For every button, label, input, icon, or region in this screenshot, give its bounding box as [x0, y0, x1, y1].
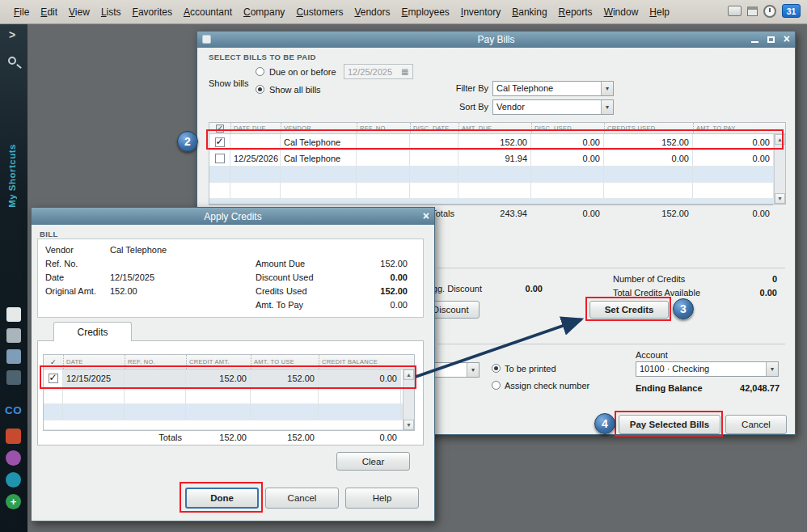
maximize-icon[interactable]: [767, 36, 775, 43]
empty-cell: [44, 404, 63, 420]
total-credit-balance: 0.00: [318, 431, 400, 444]
scroll-down-icon[interactable]: [404, 420, 414, 430]
assign-check-number-radio[interactable]: [492, 381, 501, 390]
scroll-down-icon[interactable]: [775, 193, 785, 204]
menu-company[interactable]: Company: [238, 4, 290, 20]
menu-inventory[interactable]: Inventory: [455, 4, 506, 20]
show-all-bills-radio[interactable]: [256, 85, 264, 94]
close-icon[interactable]: [423, 211, 429, 222]
menu-view[interactable]: View: [63, 4, 95, 20]
col-disc-used[interactable]: DISC. USED: [531, 123, 604, 133]
my-shortcuts-label[interactable]: My Shortcuts: [7, 144, 17, 208]
menu-accountant[interactable]: Accountant: [178, 4, 238, 20]
scroll-up-icon[interactable]: [404, 369, 414, 380]
user-apps-icon[interactable]: [6, 450, 21, 466]
total-amt-to-pay: 0.00: [692, 205, 773, 221]
menu-banking[interactable]: Banking: [506, 4, 552, 20]
due-on-or-before-radio[interactable]: [256, 67, 264, 76]
total-disc-used: 0.00: [530, 205, 603, 221]
co-label[interactable]: CO: [5, 404, 22, 416]
to-be-printed-radio[interactable]: [492, 364, 501, 373]
pay-bills-titlebar[interactable]: Pay Bills: [197, 32, 795, 48]
calendar-icon[interactable]: [401, 67, 412, 76]
menu-reports[interactable]: Reports: [553, 4, 598, 20]
due-on-or-before-label[interactable]: Due on or before: [269, 67, 336, 77]
credit-row-checkbox[interactable]: [49, 374, 58, 383]
bill-row-checkbox[interactable]: [215, 154, 225, 163]
account-dropdown[interactable]: 10100 · Checking: [636, 361, 779, 377]
menu-favorites[interactable]: Favorites: [127, 4, 178, 20]
col-amt-to-pay[interactable]: AMT. TO PAY: [693, 123, 774, 133]
close-icon[interactable]: [784, 34, 790, 45]
empty-cell: [410, 167, 458, 182]
expand-sidebar-icon[interactable]: >: [9, 28, 15, 41]
run-favorite-reports-icon[interactable]: [6, 328, 21, 343]
select-all-checkbox[interactable]: [209, 123, 230, 133]
clear-button[interactable]: Clear: [336, 452, 410, 471]
col-date[interactable]: DATE: [63, 355, 125, 369]
col-amt-due[interactable]: AMT. DUE: [458, 123, 531, 133]
credits-table-scrollbar[interactable]: [403, 369, 414, 430]
sort-by-dropdown[interactable]: Vendor: [492, 99, 614, 115]
col-credit-amt[interactable]: CREDIT AMT.: [186, 355, 251, 369]
col-credit-balance[interactable]: CREDIT BALANCE: [319, 355, 401, 369]
reminders-clock-icon[interactable]: [763, 5, 776, 18]
menu-file[interactable]: File: [8, 4, 35, 20]
screen-share-icon[interactable]: [728, 6, 742, 16]
to-be-printed-label[interactable]: To be printed: [505, 364, 556, 374]
col-amt-to-use[interactable]: AMT. TO USE: [251, 355, 319, 369]
reminders-app-icon[interactable]: [6, 429, 21, 444]
bill-row[interactable]: 12/25/2026 Cal Telephone 91.94 0.00 0.00…: [209, 150, 785, 167]
scroll-up-icon[interactable]: [775, 134, 785, 145]
credit-row-selected[interactable]: 12/15/2025 152.00 152.00 0.00: [44, 369, 414, 388]
do-today-icon[interactable]: [6, 370, 21, 385]
col-ref-no[interactable]: REF. NO.: [357, 123, 410, 133]
chevron-down-icon[interactable]: [467, 363, 479, 377]
col-date-due[interactable]: DATE DUE: [230, 123, 281, 133]
menu-edit[interactable]: Edit: [35, 4, 63, 20]
window-layout-icon[interactable]: [747, 6, 758, 16]
chevron-down-icon[interactable]: [601, 100, 613, 114]
bill-row-selected[interactable]: Cal Telephone 152.00 0.00 152.00 0.00: [209, 134, 785, 150]
empty-cell: [458, 167, 531, 182]
done-button[interactable]: Done: [185, 488, 259, 509]
menu-window[interactable]: Window: [598, 4, 644, 20]
cell-amt-to-use[interactable]: 152.00: [251, 369, 319, 387]
view-balances-icon[interactable]: [6, 307, 21, 322]
due-date-field[interactable]: 12/25/2025: [344, 64, 413, 79]
menu-help[interactable]: Help: [644, 4, 675, 20]
add-app-icon[interactable]: +: [6, 494, 21, 509]
empty-cell: [251, 404, 319, 420]
show-all-bills-label[interactable]: Show all bills: [269, 85, 321, 95]
col-vendor[interactable]: VENDOR: [281, 123, 357, 133]
assign-check-number-label[interactable]: Assign check number: [505, 381, 589, 391]
chevron-down-icon[interactable]: [766, 362, 778, 376]
search-icon[interactable]: [8, 57, 16, 65]
menu-lists[interactable]: Lists: [95, 4, 127, 20]
cancel-button[interactable]: Cancel: [725, 415, 787, 434]
feedback-app-icon[interactable]: [6, 472, 21, 488]
reminders-count-badge[interactable]: 31: [782, 4, 801, 18]
col-ref-no[interactable]: REF. NO.: [125, 355, 186, 369]
cell-ref-no: [125, 369, 186, 387]
col-credits-used[interactable]: CREDITS USED: [604, 123, 693, 133]
chevron-down-icon[interactable]: [601, 82, 613, 95]
menu-customers[interactable]: Customers: [290, 4, 349, 20]
help-button[interactable]: Help: [345, 488, 419, 509]
minimize-icon[interactable]: [751, 41, 758, 43]
bill-row-checkbox[interactable]: [215, 137, 225, 147]
credits-tab[interactable]: Credits: [53, 322, 132, 341]
empty-cell: [125, 404, 186, 420]
col-disc-date[interactable]: DISC. DATE: [410, 123, 458, 133]
open-windows-icon[interactable]: [6, 349, 21, 364]
empty-cell: [251, 388, 319, 403]
set-credits-button[interactable]: Set Credits: [589, 301, 669, 319]
menu-employees[interactable]: Employees: [395, 4, 454, 20]
filter-by-dropdown[interactable]: Cal Telephone: [492, 81, 614, 96]
empty-row: [209, 167, 785, 183]
apply-credits-titlebar[interactable]: Apply Credits: [32, 208, 434, 225]
pay-selected-bills-button[interactable]: Pay Selected Bills: [619, 415, 720, 434]
cancel-button[interactable]: Cancel: [265, 488, 339, 509]
menu-vendors[interactable]: Vendors: [349, 4, 395, 20]
bills-table-scrollbar[interactable]: [774, 134, 785, 204]
